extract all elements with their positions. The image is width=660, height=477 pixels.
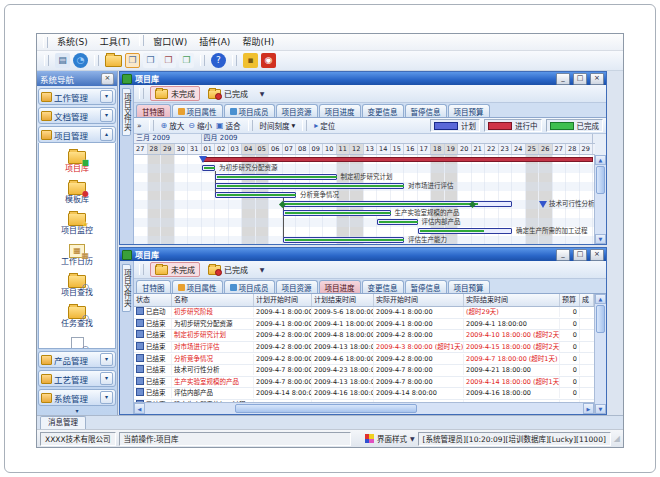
filter-已完成[interactable]: 已完成 bbox=[203, 86, 253, 101]
task-bar[interactable] bbox=[283, 201, 513, 207]
sidebar-item-任务查找[interactable]: ○任务查找 bbox=[39, 301, 115, 332]
gantt-vscrollbar[interactable]: ▲▼ bbox=[594, 155, 606, 244]
scroll-left-icon[interactable]: ◀ bbox=[134, 403, 145, 414]
filter-more-icon[interactable]: ▼ bbox=[256, 264, 268, 276]
task-bar[interactable] bbox=[215, 183, 404, 189]
fit-button[interactable]: ▣适合 bbox=[216, 120, 241, 131]
filter-未完成[interactable]: 未完成 bbox=[150, 86, 200, 101]
tab-项目预算[interactable]: 项目预算 bbox=[448, 280, 490, 293]
zoom-out-button[interactable]: ⊖缩小 bbox=[188, 120, 212, 131]
scroll-up-icon[interactable]: ▲ bbox=[595, 155, 606, 165]
tab-暂停信息[interactable]: 暂停信息 bbox=[405, 104, 447, 117]
sidebar-section-project[interactable]: 项目管理▴ bbox=[38, 126, 116, 143]
column-header-状态[interactable]: 状态 bbox=[134, 294, 172, 306]
table-row[interactable]: 已结束制定初步研究计划2009-4-2 8:00:002009-4-8 18:0… bbox=[134, 330, 594, 342]
tab-变更信息[interactable]: 变更信息 bbox=[362, 104, 404, 117]
filter-未完成[interactable]: 未完成 bbox=[150, 262, 200, 277]
zoom-in-button[interactable]: ⊕放大 bbox=[161, 120, 185, 131]
task-bar[interactable] bbox=[418, 228, 513, 234]
globe-icon[interactable]: ◔ bbox=[73, 53, 88, 68]
tab-项目属性[interactable]: 项目属性 bbox=[172, 280, 223, 293]
table-row[interactable]: 已结束生产实验室规模的产品2009-4-7 8:00:002009-4-13 1… bbox=[134, 377, 594, 389]
close-button[interactable]: × bbox=[590, 249, 604, 261]
minimize-button[interactable]: _ bbox=[556, 249, 570, 261]
locate-button[interactable]: ▸定位 bbox=[314, 120, 335, 131]
tab-项目成员[interactable]: 项目成员 bbox=[224, 104, 275, 117]
scroll-thumb[interactable] bbox=[596, 305, 605, 333]
style-label[interactable]: 界面样式 bbox=[377, 433, 407, 444]
workspace-icon[interactable]: ▤ bbox=[55, 53, 70, 68]
expand-icon[interactable]: ▾ bbox=[100, 109, 113, 122]
summary-bar[interactable] bbox=[202, 157, 594, 162]
maximize-button[interactable]: □ bbox=[573, 73, 587, 85]
close-windows-icon[interactable]: ❐ bbox=[179, 53, 194, 68]
help-icon[interactable]: ? bbox=[211, 53, 226, 68]
scroll-down-icon[interactable]: ▼ bbox=[595, 234, 606, 244]
scroll-up-icon[interactable]: ▲ bbox=[595, 294, 606, 304]
tab-项目进度[interactable]: 项目进度 bbox=[319, 280, 361, 293]
table-hscrollbar[interactable]: ◀▶ bbox=[134, 402, 594, 414]
layout-window-icon[interactable]: ❐ bbox=[125, 53, 140, 68]
task-bar[interactable] bbox=[377, 219, 418, 225]
filter-more-icon[interactable]: ▼ bbox=[256, 88, 268, 100]
menu-item[interactable]: 插件(A) bbox=[193, 35, 236, 49]
tab-暂停信息[interactable]: 暂停信息 bbox=[405, 280, 447, 293]
sidebar-item-工作日历[interactable]: ▦▦工作日历 bbox=[39, 239, 115, 270]
column-header-成[interactable]: 成 bbox=[580, 294, 594, 306]
time-scale-button[interactable]: 时间刻度 ▾ bbox=[260, 120, 296, 131]
column-header-计划结束时间[interactable]: 计划结束时间 bbox=[312, 294, 374, 306]
sidebar-item-模板库[interactable]: ●模板库 bbox=[39, 177, 115, 208]
sidebar-overflow-icon[interactable]: ▾ bbox=[37, 406, 117, 415]
folder-icon[interactable] bbox=[105, 55, 122, 67]
task-bar[interactable] bbox=[215, 192, 296, 198]
exit-icon[interactable]: ◉ bbox=[261, 53, 276, 68]
expand-icon[interactable]: ▾ bbox=[100, 353, 113, 366]
table-row[interactable]: 已结束技术可行性分析2009-4-7 8:00:002009-4-23 18:0… bbox=[134, 365, 594, 377]
task-bar[interactable] bbox=[283, 210, 391, 216]
table-row[interactable]: 已结束评估内部产品2009-4-14 8:00:002009-4-16 18:0… bbox=[134, 388, 594, 400]
tab-甘特图[interactable]: 甘特图 bbox=[136, 280, 171, 293]
column-header-计划开始时间[interactable]: 计划开始时间 bbox=[254, 294, 312, 306]
tile-windows-icon[interactable]: ❐ bbox=[161, 53, 176, 68]
menu-item[interactable]: 系统(S) bbox=[51, 35, 94, 49]
hscroll-thumb[interactable] bbox=[235, 404, 417, 413]
task-bar[interactable] bbox=[215, 174, 337, 180]
sidebar-close-icon[interactable]: × bbox=[101, 73, 114, 85]
column-header-实际结束时间[interactable]: 实际结束时间 bbox=[464, 294, 560, 306]
project-folder-vtab[interactable]: 项目文件夹 bbox=[122, 88, 132, 136]
tab-变更信息[interactable]: 变更信息 bbox=[362, 280, 404, 293]
project-folder-vtab[interactable]: 项目文件夹 bbox=[122, 264, 132, 312]
tab-项目成员[interactable]: 项目成员 bbox=[224, 280, 275, 293]
tab-项目资源[interactable]: 项目资源 bbox=[276, 280, 318, 293]
tab-甘特图[interactable]: 甘特图 bbox=[136, 104, 171, 117]
column-header-名称[interactable]: 名称 bbox=[172, 294, 254, 306]
window-titlebar[interactable]: 项目库_□× bbox=[120, 248, 606, 261]
menu-item[interactable]: 窗口(W) bbox=[147, 35, 193, 49]
window-titlebar[interactable]: 项目库_□× bbox=[120, 72, 606, 85]
cascade-windows-icon[interactable]: ❐ bbox=[143, 53, 158, 68]
task-bar[interactable] bbox=[202, 165, 216, 171]
table-vscrollbar[interactable]: ▲▼ bbox=[594, 294, 606, 414]
table-row[interactable]: 已结束分析竞争情况2009-4-2 8:00:002009-4-6 18:00:… bbox=[134, 353, 594, 365]
overflow-chevrons-icon[interactable]: » bbox=[137, 121, 142, 130]
table-row[interactable]: 已结束对市场进行评估2009-4-2 8:00:002009-4-13 18:0… bbox=[134, 342, 594, 354]
scroll-right-icon[interactable]: ▶ bbox=[583, 403, 594, 414]
expand-icon[interactable]: ▾ bbox=[100, 372, 113, 385]
expand-icon[interactable]: ▾ bbox=[100, 391, 113, 404]
sidebar-section-top1[interactable]: 文档管理▾ bbox=[38, 107, 116, 124]
sidebar-item-项目查找[interactable]: ○项目查找 bbox=[39, 270, 115, 301]
collapse-icon[interactable]: ▴ bbox=[100, 128, 113, 141]
tab-项目预算[interactable]: 项目预算 bbox=[448, 104, 490, 117]
resize-grip[interactable]: ◢ bbox=[614, 435, 620, 443]
tab-message-management[interactable]: 消息管理 bbox=[40, 416, 86, 429]
tab-项目属性[interactable]: 项目属性 bbox=[172, 104, 223, 117]
sidebar-section-bottom0[interactable]: 产品管理▾ bbox=[38, 351, 116, 368]
column-header-实际开始时间[interactable]: 实际开始时间 bbox=[374, 294, 464, 306]
table-row[interactable]: 已结束为初步研究分配资源2009-4-1 8:00:002009-4-1 18:… bbox=[134, 319, 594, 331]
sidebar-section-bottom1[interactable]: 工艺管理▾ bbox=[38, 370, 116, 387]
minimize-button[interactable]: _ bbox=[556, 73, 570, 85]
menu-item[interactable]: 工具(T) bbox=[94, 35, 137, 49]
sidebar-section-top0[interactable]: 工作管理▾ bbox=[38, 88, 116, 105]
table-row[interactable]: 已启动初步研究阶段2009-4-1 8:00:002009-5-6 18:00:… bbox=[134, 307, 594, 319]
sidebar-item-项目文档查找[interactable]: ○项目文档查找 bbox=[39, 332, 115, 349]
